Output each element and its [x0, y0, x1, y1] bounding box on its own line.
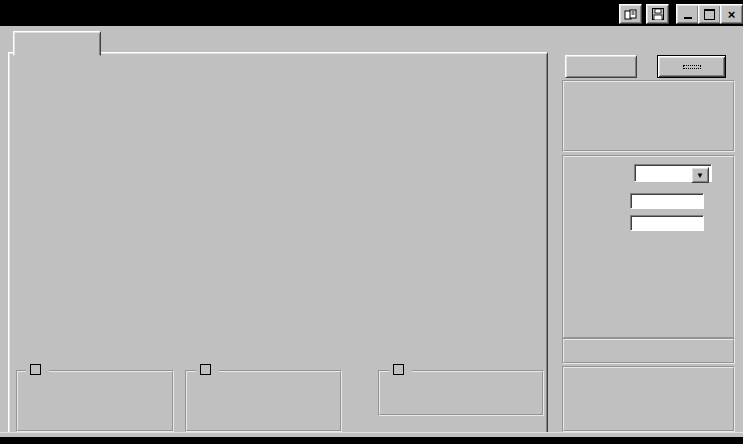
maximize-icon [704, 9, 715, 20]
close-icon: × [728, 7, 736, 22]
exit-button[interactable] [657, 55, 726, 78]
exit-button-label [684, 66, 700, 68]
jitter-legend [389, 364, 412, 375]
save-button[interactable] [646, 4, 669, 24]
pi-errors-legend [26, 364, 49, 375]
report-icon [624, 9, 637, 20]
jitter-stats-box [378, 370, 544, 416]
pi-errors-stats-box [16, 370, 174, 432]
tab-disc-quality[interactable] [13, 31, 101, 56]
quality-score-box [562, 338, 735, 364]
report-button[interactable] [619, 4, 642, 24]
settings-box: ▼ [562, 155, 735, 339]
pi-errors-swatch-icon [30, 364, 41, 375]
app-window: { "titlebar": { "title": "CD Speed : Dis… [0, 0, 743, 444]
start-button[interactable] [565, 55, 637, 78]
pi-errors-chart-canvas [57, 71, 523, 197]
save-icon [652, 8, 664, 20]
progress-box [562, 366, 735, 432]
pi-failures-swatch-icon [200, 364, 211, 375]
minimize-icon [684, 17, 692, 19]
screen-edge [0, 437, 743, 444]
close-button[interactable]: × [720, 4, 743, 24]
minimize-button[interactable] [676, 4, 699, 24]
speed-combobox[interactable]: ▼ [634, 164, 712, 182]
pi-failures-jitter-chart-canvas [57, 217, 523, 345]
maximize-button[interactable] [698, 4, 721, 24]
end-position-input[interactable] [630, 215, 704, 231]
chevron-down-icon: ▼ [696, 171, 704, 180]
pi-failures-stats-box [185, 370, 342, 432]
speed-combobox-arrow[interactable]: ▼ [691, 167, 709, 183]
disc-info-box [562, 80, 735, 152]
start-position-input[interactable] [630, 193, 704, 209]
pi-failures-legend [196, 364, 219, 375]
jitter-swatch-icon [393, 364, 404, 375]
